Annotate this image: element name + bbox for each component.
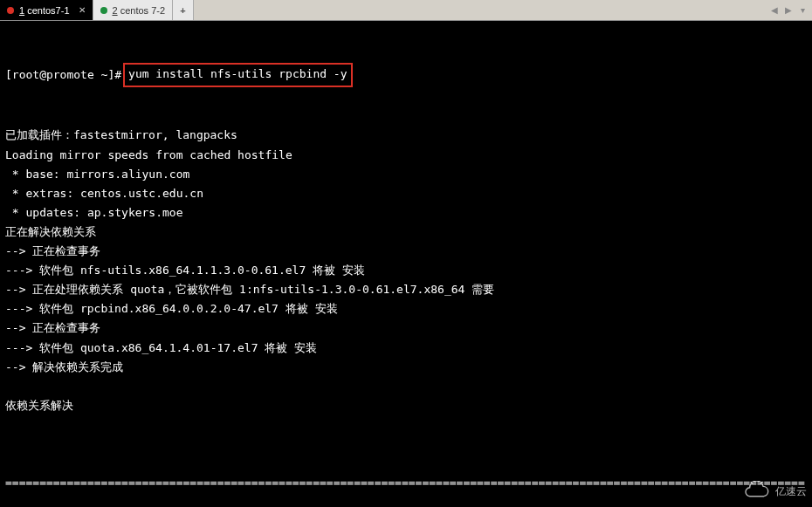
highlighted-command: yum install nfs-utils rpcbind -y [123, 63, 352, 87]
output-line: ---> 软件包 quota.x86_64.1.4.01-17.el7 将被 安… [5, 339, 807, 358]
tab-index: 2 [113, 5, 118, 16]
prompt-line: [root@promote ~]# yum install nfs-utils … [5, 63, 807, 87]
output-line: --> 解决依赖关系完成 [5, 358, 807, 377]
output-line: Loading mirror speeds from cached hostfi… [5, 146, 807, 165]
divider: ========================================… [5, 473, 807, 492]
output-line: 已加载插件：fastestmirror, langpacks [5, 126, 807, 145]
tab-centos7-1[interactable]: 1 centos7-1 ✕ [0, 0, 93, 20]
output-line: ---> 软件包 rpcbind.x86_64.0.0.2.0-47.el7 将… [5, 299, 807, 319]
tab-label: centos7-1 [27, 5, 69, 16]
output-line [5, 415, 807, 435]
output-line [5, 377, 807, 396]
status-dot-icon [7, 7, 14, 14]
output-line: 正在解决依赖关系 [5, 223, 807, 242]
cloud-icon [740, 481, 770, 502]
terminal-output[interactable]: [root@promote ~]# yum install nfs-utils … [0, 21, 812, 507]
output-line: * updates: ap.stykers.moe [5, 203, 807, 223]
command-output: 已加载插件：fastestmirror, langpacksLoading mi… [5, 126, 807, 435]
watermark: 亿速云 [740, 481, 807, 502]
output-line: --> 正在检查事务 [5, 319, 807, 338]
nav-left-icon[interactable]: ◀ [768, 5, 781, 15]
output-line: * base: mirrors.aliyun.com [5, 165, 807, 184]
output-line: 依赖关系解决 [5, 396, 807, 415]
output-line: ---> 软件包 nfs-utils.x86_64.1.1.3.0-0.61.e… [5, 261, 807, 280]
tab-centos7-2[interactable]: 2 centos 7-2 [93, 0, 174, 20]
shell-prompt: [root@promote ~]# [5, 65, 121, 85]
new-tab-button[interactable]: + [173, 0, 194, 20]
watermark-text: 亿速云 [775, 483, 807, 500]
output-line: --> 正在检查事务 [5, 242, 807, 261]
close-icon[interactable]: ✕ [79, 5, 86, 15]
tab-nav: ◀ ▶ ▾ [765, 0, 812, 20]
output-line: * extras: centos.ustc.edu.cn [5, 184, 807, 203]
nav-menu-icon[interactable]: ▾ [796, 5, 809, 15]
status-dot-icon [100, 7, 107, 14]
tab-index: 1 [19, 5, 24, 16]
nav-right-icon[interactable]: ▶ [782, 5, 795, 15]
output-line: --> 正在处理依赖关系 quota，它被软件包 1:nfs-utils-1.3… [5, 280, 807, 299]
tab-label: centos 7-2 [120, 5, 165, 16]
tab-bar: 1 centos7-1 ✕ 2 centos 7-2 + ◀ ▶ ▾ [0, 0, 812, 21]
